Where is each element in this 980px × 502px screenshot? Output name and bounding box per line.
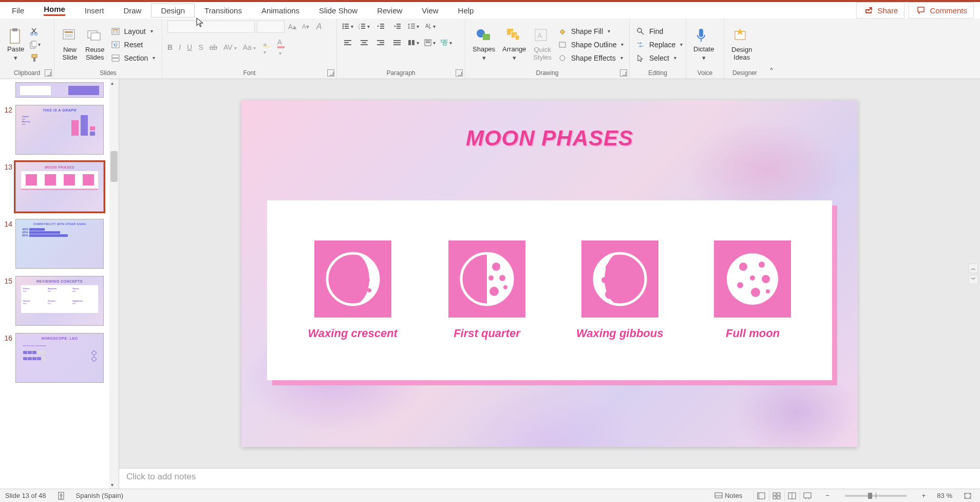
sorter-view-button[interactable] [769,491,783,501]
zoom-level[interactable]: 83 % [937,492,952,499]
thumbnail-slide[interactable]: THIS IS A GRAPH JupitertextMercurytext [15,105,104,155]
increase-indent-icon[interactable] [391,21,403,32]
underline-button[interactable]: U [187,43,192,51]
svg-rect-65 [483,34,490,40]
bold-button[interactable]: B [167,43,173,51]
tab-review[interactable]: Review [367,4,412,17]
align-text-icon[interactable] [424,37,436,48]
zoom-slider[interactable] [845,495,907,497]
change-case-button[interactable]: Aa [243,43,256,51]
shadow-button[interactable]: S [198,43,203,51]
font-name-combo[interactable] [167,21,255,33]
zoom-out-button[interactable]: − [822,489,833,502]
dialog-launcher-icon[interactable] [45,69,52,77]
decrease-indent-icon[interactable] [375,21,386,32]
char-spacing-button[interactable]: AV [223,43,237,51]
quick-styles-icon: A [534,28,551,45]
zoom-in-button[interactable]: + [919,489,929,502]
bullets-button[interactable] [342,21,353,32]
paste-label: Paste [7,45,24,53]
clear-format-icon[interactable]: A [313,21,325,32]
increase-font-icon[interactable]: A▴ [287,21,298,32]
shapes-button[interactable]: Shapes▾ [470,27,497,63]
accessibility-button[interactable] [54,489,68,502]
next-slide-button[interactable]: ︾ [969,275,978,284]
line-spacing-icon[interactable] [408,21,419,32]
cut-icon[interactable] [29,26,41,37]
tab-design[interactable]: Design [151,4,195,17]
font-color-button[interactable]: A [277,38,285,57]
tab-view[interactable]: View [412,4,448,17]
tab-slide-show[interactable]: Slide Show [309,4,367,17]
collapse-ribbon-icon[interactable]: ˄ [765,18,778,79]
select-button[interactable]: Select [635,52,683,64]
share-button[interactable]: Share [856,2,904,18]
notes-toggle[interactable]: Notes [711,489,745,502]
svg-point-102 [766,289,770,293]
arrange-button[interactable]: Arrange▾ [500,27,528,63]
align-right-icon[interactable] [375,37,386,48]
columns-icon[interactable] [408,37,419,48]
svg-text:3: 3 [359,27,360,29]
highlight-button[interactable] [262,39,271,55]
svg-rect-109 [773,493,776,495]
format-painter-icon[interactable] [29,52,41,64]
prev-slide-button[interactable]: ︽ [969,264,978,273]
language-indicator[interactable]: Spanish (Spain) [76,492,124,499]
tab-insert[interactable]: Insert [75,4,114,17]
dialog-launcher-icon[interactable] [456,69,463,77]
tab-transitions[interactable]: Transitions [195,4,252,17]
font-size-combo[interactable] [257,21,285,33]
thumbnail-slide[interactable]: COMPATIBILITY WITH OTHER SIGNS 30% 65% 8… [15,219,104,269]
layout-button[interactable]: Layout [110,26,156,37]
slide-title[interactable]: MOON PHASES [241,126,858,151]
shape-fill-button[interactable]: Shape Fill [557,26,624,37]
thumbnail-slide[interactable] [15,82,104,98]
smartart-icon[interactable] [441,37,452,48]
tab-draw[interactable]: Draw [114,4,151,17]
normal-view-button[interactable] [753,491,768,501]
fit-window-button[interactable] [960,489,975,502]
tab-help[interactable]: Help [448,4,484,17]
thumbnail-slide[interactable]: REVIEWING CONCEPTS PiscestextAquariustex… [15,276,104,326]
reading-view-button[interactable] [784,491,799,501]
section-button[interactable]: Section [110,52,156,64]
numbering-button[interactable]: 123 [359,21,370,32]
thumbnail-slide[interactable]: HOROSCOPE: LEO text line about horoscope [15,333,104,383]
tab-animations[interactable]: Animations [252,4,309,17]
find-button[interactable]: Find [635,26,683,37]
paste-button[interactable]: Paste ▾ [5,27,26,63]
strike-button[interactable]: ab [209,43,217,51]
shape-outline-button[interactable]: Shape Outline [557,39,624,50]
svg-rect-47 [361,40,368,41]
copy-icon[interactable] [29,39,41,50]
svg-rect-16 [116,31,118,33]
align-left-icon[interactable] [342,37,353,48]
dialog-launcher-icon[interactable] [327,69,334,77]
thumbnail-scrollbar[interactable]: ▴ ▾ [109,79,119,489]
dialog-launcher-icon[interactable] [620,69,627,77]
svg-rect-115 [804,493,811,498]
notes-pane[interactable]: Click to add notes [119,468,980,489]
text-direction-icon[interactable]: A [424,21,436,32]
new-slide-button[interactable]: New Slide [60,27,80,62]
tab-file[interactable]: File [2,4,34,17]
slide-counter[interactable]: Slide 13 of 48 [5,492,46,499]
thumbnail-slide-selected[interactable]: MOON PHASES [15,162,104,212]
slideshow-view-button[interactable] [800,491,814,501]
slide-canvas[interactable]: MOON PHASES [241,100,858,447]
tab-home[interactable]: Home [34,2,75,18]
decrease-font-icon[interactable]: A▾ [300,21,311,32]
shape-effects-button[interactable]: Shape Effects [557,52,624,64]
justify-icon[interactable] [391,37,403,48]
quick-styles-button[interactable]: A Quick Styles [531,27,553,62]
replace-button[interactable]: Replace [635,39,683,50]
reuse-slides-button[interactable]: Reuse Slides [83,27,107,62]
dictate-button[interactable]: Dictate▾ [691,27,716,63]
moon-phases-card[interactable]: Waxing crescent [267,200,832,380]
design-ideas-button[interactable]: Design Ideas [729,27,754,62]
comments-button[interactable]: Comments [909,2,974,18]
align-center-icon[interactable] [359,37,370,48]
reset-button[interactable]: Reset [110,39,156,50]
italic-button[interactable]: I [179,43,181,51]
